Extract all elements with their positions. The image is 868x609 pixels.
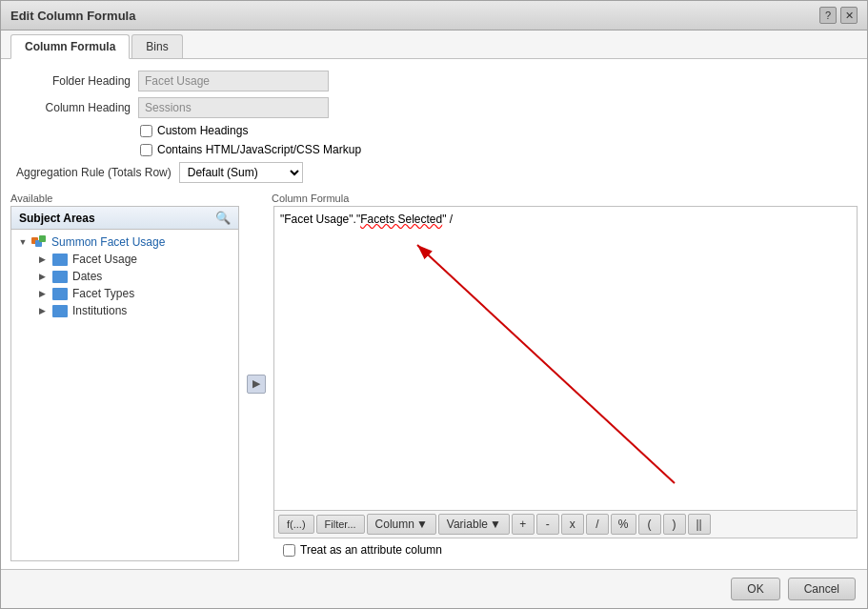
form-area: Folder Heading Column Heading Custom Hea…: [1, 59, 867, 191]
column-heading-input[interactable]: [138, 97, 329, 118]
tree-node-root[interactable]: ▼ Summon Facet Usage: [15, 233, 234, 251]
dialog-footer: OK Cancel: [1, 569, 867, 608]
formula-prefix: "Facet Usage".": [280, 213, 360, 226]
percent-button[interactable]: %: [611, 514, 636, 535]
aggregation-select[interactable]: Default (Sum): [179, 162, 303, 183]
custom-headings-label: Custom Headings: [157, 124, 248, 137]
dialog-title: Edit Column Formula: [10, 9, 135, 23]
tree-toggle-dates[interactable]: ▶: [36, 271, 48, 282]
dialog-content: Column Formula Bins Folder Heading Colum…: [1, 30, 867, 569]
help-button[interactable]: ?: [819, 7, 837, 24]
column-formula-label: Column Formula: [272, 193, 349, 204]
folder-icon-institutions: [52, 305, 68, 317]
close-button[interactable]: ✕: [840, 7, 858, 24]
cancel-button[interactable]: Cancel: [788, 578, 856, 600]
svg-line-4: [417, 245, 675, 483]
column-heading-label: Column Heading: [16, 101, 131, 114]
variable-dropdown-icon: ▼: [490, 518, 501, 531]
column-button[interactable]: Column ▼: [367, 514, 436, 535]
open-paren-button[interactable]: (: [638, 514, 661, 535]
svg-rect-2: [39, 235, 46, 242]
custom-headings-checkbox[interactable]: [140, 125, 152, 137]
formula-facets-selected: Facets Selected: [360, 213, 442, 226]
folder-icon-facet-usage: [52, 254, 68, 266]
dialog-titlebar: Edit Column Formula ? ✕: [1, 1, 867, 30]
search-icon[interactable]: 🔍: [215, 211, 231, 225]
html-markup-checkbox[interactable]: [140, 144, 152, 156]
tree-node-institutions-label: Institutions: [72, 304, 127, 317]
tabs-bar: Column Formula Bins: [1, 30, 867, 59]
folder-icon-facet-types: [52, 288, 68, 300]
folder-icon-dates: [52, 271, 68, 283]
concat-button[interactable]: ||: [688, 514, 711, 535]
formula-box-wrapper: "Facet Usage"."Facets Selected" /: [273, 206, 858, 538]
available-label: Available: [10, 193, 230, 204]
annotation-arrow: [274, 207, 857, 510]
treat-attribute-row: Treat as an attribute column: [273, 538, 858, 561]
tree-area: ▼ Summon Facet Usage ▶: [11, 230, 238, 560]
tree-toggle-facet-types[interactable]: ▶: [36, 288, 48, 299]
tree-node-root-label: Summon Facet Usage: [51, 235, 165, 249]
move-right-button[interactable]: ▶: [247, 375, 266, 394]
column-dropdown-icon: ▼: [416, 518, 428, 531]
minus-button[interactable]: -: [536, 514, 559, 535]
tree-toggle-institutions[interactable]: ▶: [36, 305, 48, 316]
formula-suffix: " /: [442, 213, 453, 226]
tab-column-formula[interactable]: Column Formula: [10, 34, 130, 59]
left-panel: Subject Areas 🔍 ▼: [10, 206, 239, 561]
main-body: Subject Areas 🔍 ▼: [1, 206, 867, 569]
right-panel: "Facet Usage"."Facets Selected" /: [273, 206, 858, 561]
filter-button[interactable]: Filter...: [316, 515, 365, 534]
edit-column-formula-dialog: Edit Column Formula ? ✕ Column Formula B…: [0, 0, 868, 609]
tree-node-facet-usage-label: Facet Usage: [72, 253, 137, 266]
tree-node-facet-usage[interactable]: ▶ Facet Usage: [15, 251, 234, 268]
aggregation-row: Aggregation Rule (Totals Row) Default (S…: [16, 162, 852, 183]
root-node-icon: [31, 235, 49, 249]
folder-heading-label: Folder Heading: [16, 74, 131, 88]
column-heading-row: Column Heading: [16, 97, 852, 118]
folder-heading-input[interactable]: [138, 71, 329, 91]
treat-attribute-checkbox[interactable]: [283, 544, 295, 557]
folder-heading-row: Folder Heading: [16, 71, 852, 91]
tree-node-facet-types-label: Facet Types: [72, 287, 134, 300]
treat-attribute-label: Treat as an attribute column: [300, 543, 442, 557]
divide-button[interactable]: /: [586, 514, 609, 535]
tree-node-dates-label: Dates: [72, 270, 102, 283]
tree-toggle-root[interactable]: ▼: [17, 236, 29, 248]
html-markup-row: Contains HTML/JavaScript/CSS Markup: [140, 143, 852, 156]
multiply-button[interactable]: x: [561, 514, 584, 535]
subject-areas-header: Subject Areas 🔍: [11, 207, 238, 230]
variable-button[interactable]: Variable ▼: [438, 514, 510, 535]
close-paren-button[interactable]: ): [663, 514, 686, 535]
f-button[interactable]: f(...): [278, 515, 314, 534]
tree-node-institutions[interactable]: ▶ Institutions: [15, 302, 234, 319]
custom-headings-row: Custom Headings: [140, 124, 852, 137]
section-headers: Available Column Formula: [1, 191, 867, 206]
tree-toggle-facet-usage[interactable]: ▶: [36, 254, 48, 265]
subject-areas-title: Subject Areas: [19, 212, 95, 225]
aggregation-label: Aggregation Rule (Totals Row): [16, 166, 172, 179]
formula-toolbar: f(...) Filter... Column ▼ Variable ▼ + -…: [274, 510, 857, 538]
html-markup-label: Contains HTML/JavaScript/CSS Markup: [157, 143, 361, 156]
tab-bins[interactable]: Bins: [131, 34, 182, 58]
ok-button[interactable]: OK: [731, 578, 779, 600]
title-icon-group: ? ✕: [819, 7, 858, 24]
formula-display-area: "Facet Usage"."Facets Selected" /: [274, 207, 857, 510]
arrow-column: ▶: [247, 206, 266, 561]
tree-node-facet-types[interactable]: ▶ Facet Types: [15, 285, 234, 302]
tree-node-dates[interactable]: ▶ Dates: [15, 268, 234, 285]
plus-button[interactable]: +: [512, 514, 535, 535]
